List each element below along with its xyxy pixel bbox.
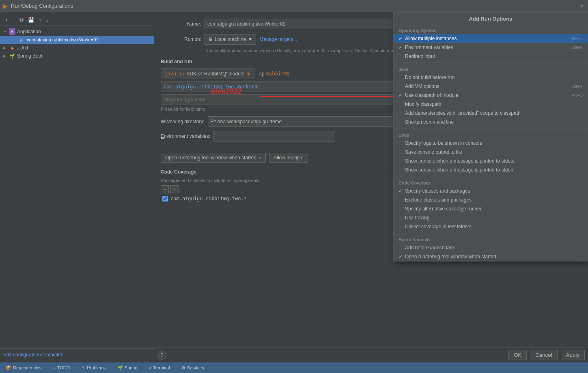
dropdown-section-code-coverage: Code Coverage <box>394 178 588 186</box>
status-item-spring[interactable]: 🌱 Spring <box>115 364 140 371</box>
coverage-package-checkbox[interactable] <box>162 196 168 202</box>
add-before-label: Add before launch task <box>405 245 583 251</box>
status-item-services[interactable]: ⚙ Services <box>179 364 207 371</box>
check-use-classpath: ✓ <box>398 92 405 98</box>
dropdown-item-alt-runner[interactable]: Specify alternative coverage runner <box>394 204 588 213</box>
dropdown-item-specify-logs[interactable]: Specify logs to be shown in console <box>394 139 588 148</box>
sidebar-item-springboot[interactable]: ▶ 🌱 Spring Boot <box>0 52 154 60</box>
problems-icon: ⚠ <box>81 365 85 371</box>
sidebar-item-worker01[interactable]: ▶ com.atguigu.rabbitmq.two.Worker01 <box>0 36 154 44</box>
cp-value: RabbitMQ <box>266 71 290 77</box>
help-button[interactable]: ? <box>157 351 166 360</box>
sidebar-item-junit[interactable]: ▶ ◆ JUnit <box>0 44 154 52</box>
open-run-remove-icon[interactable]: × <box>259 155 261 160</box>
env-vars-dropdown-label: Environment variables <box>405 45 572 50</box>
status-item-terminal[interactable]: > Terminal <box>146 364 172 371</box>
dialog-body: + − ⧉ 💾 ↑ ↓ ▼ A Application ▶ com.atgu <box>0 12 588 362</box>
dropdown-item-redirect-input[interactable]: Redirect input <box>394 52 588 61</box>
dropdown-section-before-launch: Before Launch <box>394 235 588 243</box>
divider-3 <box>394 176 588 176</box>
dropdown-item-show-stderr[interactable]: Show console when a message is printed t… <box>394 165 588 174</box>
springboot-icon: 🌱 <box>9 53 15 59</box>
dropdown-arrow-icon: ▼ <box>248 36 252 42</box>
dropdown-item-show-stdout[interactable]: Show console when a message is printed t… <box>394 156 588 165</box>
dropdown-item-env-vars[interactable]: ✓ Environment variables Alt+E <box>394 43 588 52</box>
dropdown-item-modify-classpath[interactable]: Modify classpath <box>394 100 588 109</box>
dropdown-item-specify-classes[interactable]: ✓ Specify classes and packages <box>394 186 588 195</box>
divider-1 <box>394 62 588 63</box>
java-version-dropdown[interactable]: java 17 SDK of 'RabbitMQ' module ▼ <box>161 69 254 79</box>
services-icon: ⚙ <box>181 365 185 371</box>
open-run-button[interactable]: Open run/debug tool window when started … <box>161 153 266 163</box>
move-up-config-button[interactable]: ↑ <box>37 16 43 24</box>
save-config-button[interactable]: 💾 <box>26 16 36 24</box>
sidebar-toolbar: + − ⧉ 💾 ↑ ↓ <box>0 14 154 26</box>
title-bar: ▶ Run/Debug Configurations × <box>0 0 588 12</box>
divider-4 <box>394 233 588 233</box>
dropdown-item-no-build[interactable]: Do not build before run <box>394 73 588 82</box>
problems-label: Problems <box>87 365 106 370</box>
sdk-label: SDK of 'RabbitMQ' module <box>187 71 245 77</box>
dropdown-title: Add Run Options <box>394 13 588 26</box>
coverage-add-button[interactable]: + <box>170 185 179 193</box>
manage-targets-link[interactable]: Manage targets... <box>259 36 297 42</box>
local-machine-label: Local machine <box>215 36 246 42</box>
run-debug-dialog: ▶ Run/Debug Configurations × + − ⧉ 💾 ↑ ↓… <box>0 0 588 373</box>
sidebar-item-application[interactable]: ▼ A Application <box>0 28 154 36</box>
title-bar-left: ▶ Run/Debug Configurations <box>3 3 73 9</box>
remove-config-button[interactable]: − <box>11 16 17 24</box>
spring-label: Spring <box>125 365 138 370</box>
dropdown-item-allow-multiple[interactable]: ✓ Allow multiple instances Alt+U <box>394 34 588 43</box>
close-button[interactable]: × <box>578 3 585 9</box>
dropdown-item-save-console[interactable]: Save console output to file <box>394 148 588 156</box>
status-item-todo[interactable]: ≡ TODO <box>50 364 72 371</box>
dropdown-item-exclude-classes[interactable]: Exclude classes and packages <box>394 195 588 204</box>
expand-arrow-springboot: ▶ <box>3 54 8 58</box>
run-on-dropdown[interactable]: 🖥 Local machine ▼ <box>205 34 256 45</box>
ok-button[interactable]: OK <box>508 350 527 360</box>
junit-icon: ◆ <box>9 45 15 51</box>
application-icon: A <box>9 28 15 35</box>
application-label: Application <box>17 29 41 34</box>
move-down-config-button[interactable]: ↓ <box>44 16 50 24</box>
dropdown-item-shorten-cmd[interactable]: Shorten command line <box>394 118 588 126</box>
dropdown-item-use-classpath[interactable]: ✓ Use classpath of module Alt+O <box>394 91 588 100</box>
dialog-title: Run/Debug Configurations <box>11 3 73 9</box>
redirect-input-label: Redirect input <box>405 54 583 59</box>
specify-classes-label: Specify classes and packages <box>405 188 583 194</box>
todo-label: TODO <box>57 365 70 370</box>
dropdown-item-open-run-before[interactable]: ✓ Open run/debug tool window when starte… <box>394 252 588 261</box>
no-build-label: Do not build before run <box>405 75 583 80</box>
edit-config-templates-link[interactable]: Edit configuration templates... <box>3 352 67 358</box>
exclude-classes-label: Exclude classes and packages <box>405 197 583 203</box>
env-vars-input[interactable] <box>213 131 335 141</box>
alt-runner-label: Specify alternative coverage runner <box>405 206 583 212</box>
add-vm-label: Add VM options <box>405 84 572 89</box>
status-bar: 📦 Dependencies ≡ TODO ⚠ Problems 🌱 Sprin… <box>0 362 588 373</box>
terminal-label: Terminal <box>153 365 170 370</box>
use-classpath-shortcut: Alt+O <box>571 93 583 98</box>
allow-multiple-button[interactable]: Allow multiple <box>269 153 308 163</box>
dropdown-item-test-folders[interactable]: Collect coverage in test folders <box>394 222 588 231</box>
add-config-button[interactable]: + <box>3 16 10 24</box>
apply-button[interactable]: Apply <box>561 350 585 360</box>
dropdown-item-use-tracing[interactable]: Use tracing <box>394 213 588 222</box>
coverage-remove-button[interactable]: − <box>161 185 169 193</box>
dialog-icon: ▶ <box>3 3 8 9</box>
save-console-label: Save console output to file <box>405 149 583 155</box>
status-item-problems[interactable]: ⚠ Problems <box>79 364 108 371</box>
show-stdout-label: Show console when a message is printed t… <box>405 158 583 164</box>
add-run-options-dropdown[interactable]: Add Run Options Operating System ✓ Allow… <box>393 12 588 262</box>
copy-config-button[interactable]: ⧉ <box>18 15 25 24</box>
sidebar: + − ⧉ 💾 ↑ ↓ ▼ A Application ▶ com.atgu <box>0 12 154 362</box>
dropdown-item-add-before[interactable]: Add before launch task <box>394 243 588 252</box>
working-dir-label: WWorking directory: <box>161 119 205 124</box>
dropdown-item-add-vm[interactable]: Add VM options Alt+V <box>394 82 588 91</box>
services-label: Services <box>187 365 204 370</box>
shorten-cmd-label: Shorten command line <box>405 119 583 125</box>
status-item-dependencies[interactable]: 📦 Dependencies <box>3 364 44 371</box>
add-deps-label: Add dependencies with "provided" scope t… <box>405 110 583 116</box>
cancel-button[interactable]: Cancel <box>530 350 558 360</box>
dropdown-item-add-deps[interactable]: Add dependencies with "provided" scope t… <box>394 109 588 118</box>
allow-multiple-shortcut: Alt+U <box>572 36 583 41</box>
